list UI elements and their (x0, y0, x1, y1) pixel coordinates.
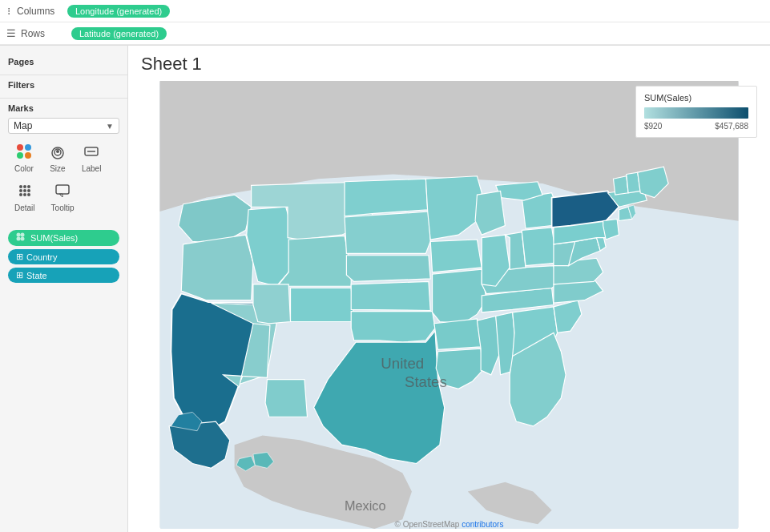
label-button[interactable]: Label (75, 140, 107, 176)
svg-text:United: United (381, 355, 424, 372)
detail-button[interactable]: Detail (8, 179, 42, 216)
svg-point-2 (17, 152, 23, 159)
legend-gradient (644, 107, 748, 119)
svg-point-10 (23, 185, 26, 188)
legend-max: $457,688 (715, 122, 748, 131)
marks-title: Marks (8, 103, 119, 113)
country-pill-icon: ⊞ (16, 252, 23, 262)
field-pills: SUM(Sales) ⊞ Country ⊞ State (0, 227, 127, 286)
svg-point-20 (17, 233, 21, 237)
size-label: Size (50, 164, 65, 173)
sidebar: Pages Filters Marks Map ▼ (0, 46, 128, 532)
state-pill[interactable]: ⊞ State (8, 268, 119, 283)
size-button[interactable]: Size (43, 140, 72, 176)
svg-point-13 (23, 189, 26, 192)
osm-text: © OpenStreetMap contributors (395, 520, 504, 529)
tooltip-button[interactable]: Tooltip (45, 179, 81, 216)
legend-range: $920 $457,688 (644, 122, 748, 131)
svg-point-16 (23, 193, 26, 196)
sheet-title: Sheet 1 (128, 46, 770, 78)
legend-title: SUM(Sales) (644, 93, 748, 103)
state-label: State (26, 271, 47, 280)
color-icon (16, 143, 32, 163)
marks-section: Marks Map ▼ Color (0, 99, 127, 227)
columns-label: Columns (17, 6, 61, 17)
osm-link[interactable]: contributors (462, 520, 503, 529)
marks-type-dropdown[interactable]: Map ▼ (8, 118, 119, 134)
country-pill[interactable]: ⊞ Country (8, 249, 119, 264)
columns-shelf: ⫶ Columns Longitude (generated) (0, 0, 770, 22)
svg-point-6 (56, 150, 59, 153)
label-label: Label (82, 164, 101, 173)
pages-title: Pages (8, 57, 119, 66)
rows-pill[interactable]: Latitude (generated) (71, 27, 167, 40)
svg-point-9 (19, 185, 22, 188)
svg-point-11 (27, 185, 30, 188)
filters-title: Filters (8, 80, 119, 90)
svg-point-23 (21, 237, 25, 241)
columns-pill[interactable]: Longitude (generated) (67, 5, 170, 18)
pages-section: Pages (0, 52, 127, 75)
color-label: Color (14, 164, 34, 173)
svg-point-3 (25, 152, 31, 159)
main-area: Pages Filters Marks Map ▼ (0, 46, 770, 532)
marks-buttons-row2: Detail Tooltip (8, 179, 119, 216)
svg-point-12 (19, 189, 22, 192)
sum-sales-pill[interactable]: SUM(Sales) (8, 230, 119, 246)
osm-credit: © OpenStreetMap contributors (395, 520, 504, 529)
top-bar: ⫶ Columns Longitude (generated) ☰ Rows L… (0, 0, 770, 46)
svg-rect-18 (56, 185, 69, 194)
sum-sales-label: SUM(Sales) (30, 233, 78, 243)
tooltip-icon (54, 183, 71, 202)
tooltip-label: Tooltip (51, 204, 75, 212)
detail-icon (17, 183, 33, 202)
state-pill-icon: ⊞ (16, 270, 23, 280)
svg-point-14 (27, 189, 30, 192)
detail-label: Detail (14, 204, 35, 212)
filters-section: Filters (0, 75, 127, 99)
legend-min: $920 (644, 122, 662, 131)
svg-point-22 (17, 237, 21, 241)
content-area: Sheet 1 SUM(Sales) $920 $457,688 (128, 46, 770, 532)
legend: SUM(Sales) $920 $457,688 (635, 86, 757, 138)
svg-point-15 (19, 193, 22, 196)
svg-point-21 (21, 233, 25, 237)
map-container[interactable]: SUM(Sales) $920 $457,688 (128, 78, 770, 532)
svg-text:Mexico: Mexico (345, 498, 386, 513)
country-label: Country (26, 252, 58, 262)
svg-point-0 (17, 144, 23, 151)
color-button[interactable]: Color (8, 140, 40, 176)
label-icon (83, 143, 99, 163)
rows-icon: ☰ (6, 27, 16, 39)
us-map[interactable]: United States Mexico (131, 81, 767, 529)
rows-shelf: ☰ Rows Latitude (generated) (0, 22, 770, 45)
svg-text:States: States (405, 373, 447, 390)
marks-type-label: Map (14, 120, 106, 131)
rows-label: Rows (21, 28, 65, 39)
svg-point-17 (27, 193, 30, 196)
size-icon (50, 143, 66, 163)
svg-point-1 (25, 144, 31, 151)
columns-icon: ⫶ (6, 5, 12, 17)
marks-buttons-row1: Color Size (8, 140, 119, 176)
marks-type-arrow: ▼ (106, 122, 114, 131)
